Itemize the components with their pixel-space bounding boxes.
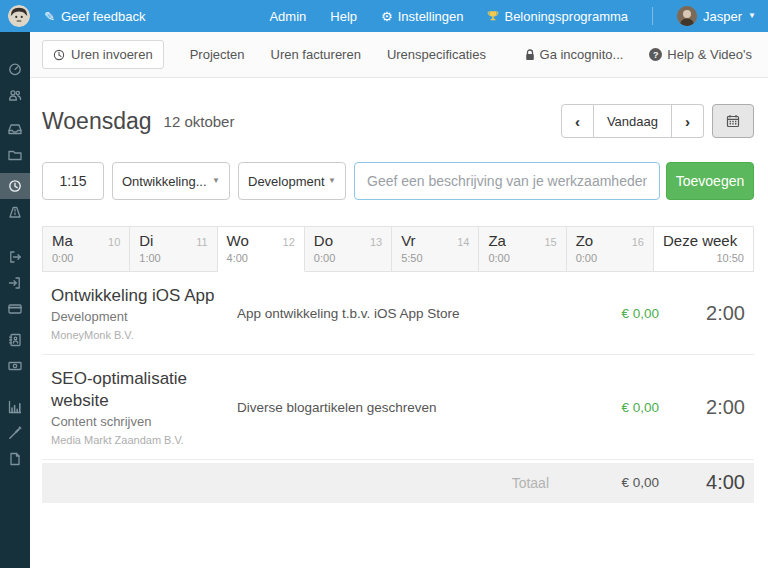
week-day-tabs: Ma 10 0:00 Di 11 1:00 Wo 12 4:00 Do 13 (42, 226, 754, 272)
help-link[interactable]: Help (330, 9, 357, 24)
settings-link[interactable]: ⚙ Instellingen (381, 9, 463, 24)
date-nav-group: ‹ Vandaag › (561, 104, 704, 138)
day-tab-vr[interactable]: Vr 14 5:50 (392, 226, 479, 272)
sidebar-item-mileage[interactable] (0, 199, 30, 225)
sidebar-item-time-tracking[interactable] (0, 173, 30, 199)
entry-amount: € 0,00 (549, 400, 659, 415)
tab-billing[interactable]: Uren factureren (271, 47, 361, 62)
magic-wand-icon (8, 426, 22, 440)
entry-description: Diverse blogartikelen geschreven (233, 400, 549, 415)
sidebar (0, 32, 30, 568)
prev-day-button[interactable]: ‹ (561, 104, 594, 138)
add-entry-button[interactable]: Toevoegen (666, 162, 754, 200)
sidebar-item-inbox[interactable] (0, 116, 30, 142)
credit-card-icon (8, 302, 22, 316)
lock-icon (525, 49, 535, 61)
incognito-link[interactable]: Ga incognito... (525, 47, 624, 62)
user-avatar (677, 6, 697, 26)
sign-in-icon (8, 276, 22, 290)
trophy-icon (487, 10, 499, 22)
chevron-down-icon: ▼ (212, 177, 220, 185)
address-book-icon (8, 333, 22, 347)
duration-input[interactable] (42, 162, 104, 200)
team-icon (8, 88, 22, 102)
feedback-link[interactable]: ✎ Geef feedback (44, 9, 145, 24)
sidebar-item-clock-in[interactable] (0, 270, 30, 296)
sidebar-item-integrations[interactable] (0, 420, 30, 446)
road-icon (8, 205, 22, 219)
user-name: Jasper (703, 9, 742, 24)
project-select[interactable]: Ontwikkeling... ▼ (112, 162, 230, 200)
entry-duration: 2:00 (659, 302, 745, 325)
clock-small-icon (53, 49, 65, 61)
day-tab-zo[interactable]: Zo 16 0:00 (567, 226, 654, 272)
app-logo[interactable] (8, 5, 30, 27)
entry-project-title: Ontwikkeling iOS App (51, 285, 233, 306)
page-header: Woensdag 12 oktober ‹ Vandaag › (42, 104, 754, 138)
total-amount: € 0,00 (549, 475, 659, 490)
document-icon (8, 452, 22, 466)
sidebar-item-contacts[interactable] (0, 327, 30, 353)
sidebar-item-expenses[interactable] (0, 296, 30, 322)
tab-projects[interactable]: Projecten (190, 47, 245, 62)
banknote-icon (8, 359, 22, 373)
inbox-icon (8, 122, 22, 136)
entry-client: MoneyMonk B.V. (51, 329, 233, 341)
description-input[interactable] (354, 162, 660, 200)
entry-task: Content schrijven (51, 414, 233, 429)
calendar-button[interactable] (712, 104, 754, 138)
entry-task: Development (51, 309, 233, 324)
page-date: 12 oktober (164, 113, 235, 130)
dashboard-icon (8, 62, 22, 76)
chevron-down-icon: ▼ (328, 177, 336, 185)
sidebar-item-projects[interactable] (0, 142, 30, 168)
rewards-link[interactable]: Beloningsprogramma (487, 9, 628, 24)
tab-hours-entry[interactable]: Uren invoeren (42, 40, 164, 69)
sidebar-item-team[interactable] (0, 82, 30, 108)
tab-specifications[interactable]: Urenspecificaties (387, 47, 486, 62)
entry-description: App ontwikkeling t.b.v. iOS App Store (233, 306, 549, 321)
sidebar-item-clock-out[interactable] (0, 244, 30, 270)
question-icon: ? (649, 48, 662, 61)
totals-row: Totaal € 0,00 4:00 (42, 463, 754, 503)
time-entry-row[interactable]: Ontwikkeling iOS App Development MoneyMo… (42, 272, 754, 355)
pencil-icon: ✎ (44, 9, 55, 24)
admin-link[interactable]: Admin (269, 9, 306, 24)
topbar-divider (652, 7, 653, 25)
help-videos-link[interactable]: ? Help & Video's (649, 47, 752, 62)
main-content: Uren invoeren Projecten Uren factureren … (30, 32, 768, 568)
time-entries-list: Ontwikkeling iOS App Development MoneyMo… (42, 272, 754, 460)
sidebar-item-invoices[interactable] (0, 353, 30, 379)
next-day-button[interactable]: › (672, 104, 704, 138)
date-controls: ‹ Vandaag › (561, 104, 754, 138)
user-menu[interactable]: Jasper ▼ (677, 6, 756, 26)
total-duration: 4:00 (659, 471, 745, 494)
time-entry-row[interactable]: SEO-optimalisatie website Content schrij… (42, 355, 754, 460)
sidebar-item-dashboard[interactable] (0, 56, 30, 82)
entry-duration: 2:00 (659, 396, 745, 419)
day-tab-do[interactable]: Do 13 0:00 (305, 226, 392, 272)
clock-icon (8, 179, 22, 193)
topbar: ✎ Geef feedback Admin Help ⚙ Instellinge… (0, 0, 768, 32)
entry-project-title: SEO-optimalisatie website (51, 368, 233, 411)
total-label: Totaal (51, 475, 549, 491)
day-tab-ma[interactable]: Ma 10 0:00 (42, 226, 130, 272)
chevron-down-icon: ▼ (748, 12, 756, 20)
sidebar-item-documents[interactable] (0, 446, 30, 472)
feedback-label: Geef feedback (61, 9, 146, 24)
sidebar-item-reports[interactable] (0, 394, 30, 420)
day-tab-za[interactable]: Za 15 0:00 (479, 226, 566, 272)
gears-icon: ⚙ (381, 9, 393, 24)
entry-amount: € 0,00 (549, 306, 659, 321)
calendar-icon (726, 114, 740, 128)
bar-chart-icon (8, 400, 22, 414)
task-select[interactable]: Development ▼ (238, 162, 346, 200)
topbar-menu: Admin Help ⚙ Instellingen Beloningsprogr… (269, 6, 756, 26)
page-title: Woensdag (42, 108, 152, 135)
subnav-right: Ga incognito... ? Help & Video's (525, 47, 752, 62)
task-select-value: Development (248, 174, 325, 189)
day-tab-wo-active[interactable]: Wo 12 4:00 (218, 226, 305, 272)
today-button[interactable]: Vandaag (594, 104, 672, 138)
day-tab-di[interactable]: Di 11 1:00 (130, 226, 217, 272)
week-summary-tab[interactable]: Deze week 10:50 (654, 226, 754, 272)
